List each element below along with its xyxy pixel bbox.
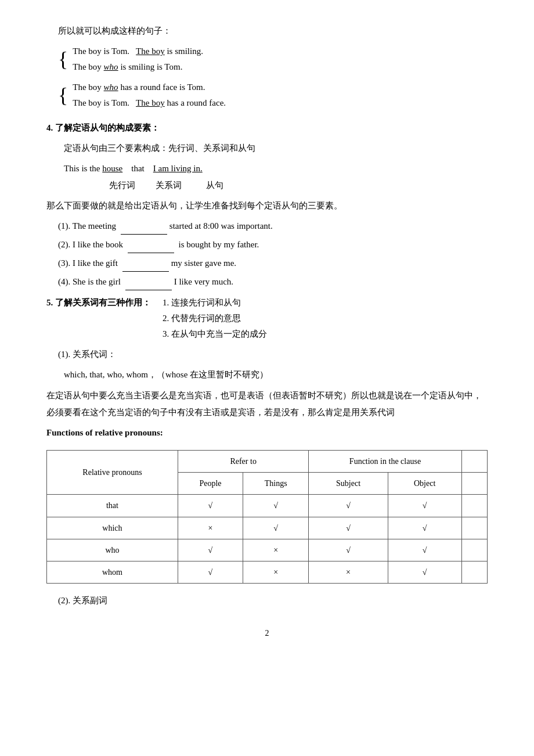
row-whom-people: √ (178, 561, 243, 583)
section5-block: 5. 了解关系词有三种作用： 1. 连接先行词和从句 2. 代替先行词的意思 3… (46, 295, 488, 342)
col-empty-header (461, 451, 487, 473)
who-italic-2: who (104, 82, 118, 92)
brace-block-2: { The boy who has a round face is Tom. T… (46, 80, 488, 111)
house-underline: house (102, 164, 122, 173)
row-pronoun-that: that (47, 495, 178, 517)
who-italic-1: who (104, 62, 118, 71)
labels-row: 先行词 关系词 从句 (46, 178, 488, 193)
row-which-subject: √ (309, 517, 388, 539)
function-1: 1. 连接先行词和从句 (163, 295, 267, 311)
row-who-things: × (243, 539, 308, 561)
house-sentence: This is the house that I am living in. (46, 161, 488, 177)
table-header-row-1: Relative pronouns Refer to Function in t… (47, 451, 488, 473)
exercise-list: (1). The meeting started at 8:00 was imp… (46, 218, 488, 290)
row-pronoun-whom: whom (47, 561, 178, 583)
exercise-item-4: (4). She is the girl I like very much. (58, 274, 488, 290)
row-pronoun-which: which (47, 517, 178, 539)
col-refer-to: Refer to (178, 451, 308, 473)
row-which-extra (461, 517, 487, 539)
section4-heading: 4. 了解定语从句的构成要素： (46, 120, 488, 136)
blank-4 (125, 274, 172, 290)
row-who-subject: √ (309, 539, 388, 561)
row-pronoun-who: who (47, 539, 178, 561)
underline-the-boy-1: The boy (136, 46, 165, 56)
row-that-people: √ (178, 495, 243, 517)
col-people: People (178, 473, 243, 495)
label-relative-word: 关系词 (151, 178, 186, 193)
table-row-whom: whom √ × × √ (47, 561, 488, 583)
house-sentence-text: This is the house that I am living in. (64, 161, 203, 177)
subsection2-label: (2). 关系副词 (46, 593, 488, 609)
pronouns-table: Relative pronouns Refer to Function in t… (46, 450, 488, 584)
page-content: 所以就可以构成这样的句子： { The boy is Tom. The boy … (46, 23, 488, 640)
row-whom-extra (461, 561, 487, 583)
exercise-item-2: (2). I like the book is bought by my fat… (58, 237, 488, 253)
row-that-things: √ (243, 495, 308, 517)
row-which-things: √ (243, 517, 308, 539)
row-who-people: √ (178, 539, 243, 561)
col-function: Function in the clause (309, 451, 461, 473)
function-3: 3. 在从句中充当一定的成分 (163, 326, 267, 342)
brace-line-1b: The boy who is smiling is Tom. (73, 59, 203, 75)
section5-heading: 5. 了解关系词有三种作用： (46, 295, 163, 342)
function-2: 2. 代替先行词的意思 (163, 311, 267, 326)
row-that-object: √ (388, 495, 461, 517)
col-things: Things (243, 473, 308, 495)
row-which-object: √ (388, 517, 461, 539)
label-clause: 从句 (197, 178, 232, 193)
pronouns-table-container: Relative pronouns Refer to Function in t… (46, 450, 488, 584)
row-who-extra (461, 539, 487, 561)
table-row-who: who √ × √ √ (47, 539, 488, 561)
pronoun-list: which, that, who, whom，（whose 在这里暂时不研究） (46, 367, 488, 383)
brace-lines-1: The boy is Tom. The boy is smiling. The … (73, 44, 203, 75)
row-who-object: √ (388, 539, 461, 561)
brace-line-2a: The boy who has a round face is Tom. (73, 80, 226, 95)
brace-line-1a: The boy is Tom. The boy is smiling. (73, 44, 203, 59)
bold-label-line: Functions of relative pronouns: (46, 425, 488, 441)
table-row-which: which × √ √ √ (47, 517, 488, 539)
col-object: Object (388, 473, 461, 495)
bold-label: Functions of relative pronouns: (46, 428, 163, 437)
label-antecedent: 先行词 (104, 178, 139, 193)
blank-2 (128, 237, 174, 253)
section4-description: 定语从句由三个要素构成：先行词、关系词和从句 (46, 141, 488, 156)
page-number: 2 (46, 626, 488, 640)
intro-line: 所以就可以构成这样的句子： (46, 23, 488, 39)
blank-1 (121, 218, 167, 235)
col-relative-pronouns: Relative pronouns (47, 451, 178, 495)
brace-block-1: { The boy is Tom. The boy is smiling. Th… (46, 44, 488, 75)
underline-the-boy-2: The boy (136, 98, 165, 107)
brace-line-2b: The boy is Tom. The boy has a round face… (73, 95, 226, 111)
brace-symbol-1: { (58, 44, 68, 75)
row-whom-object: √ (388, 561, 461, 583)
table-body: that √ √ √ √ which × √ √ √ who √ (47, 495, 488, 584)
full-width-explanation: 那么下面要做的就是给出定语从句，让学生准备找到每个定语从句的三要素。 (46, 198, 488, 214)
that-word: that (131, 164, 145, 173)
col-subject: Subject (309, 473, 388, 495)
brace-lines-2: The boy who has a round face is Tom. The… (73, 80, 226, 111)
exercise-item-1: (1). The meeting started at 8:00 was imp… (58, 218, 488, 235)
row-whom-things: × (243, 561, 308, 583)
section5-items: 1. 连接先行词和从句 2. 代替先行词的意思 3. 在从句中充当一定的成分 (163, 295, 267, 342)
row-which-people: × (178, 517, 243, 539)
section5-functions-block: 5. 了解关系词有三种作用： 1. 连接先行词和从句 2. 代替先行词的意思 3… (46, 295, 488, 342)
subsection1-label: (1). 关系代词： (46, 347, 488, 362)
row-whom-subject: × (309, 561, 388, 583)
exercise-item-3: (3). I like the gift my sister gave me. (58, 255, 488, 272)
row-that-extra (461, 495, 487, 517)
blank-3 (122, 255, 169, 272)
col-extra (461, 473, 487, 495)
explanation-text: 在定语从句中要么充当主语要么是充当宾语，也可是表语（但表语暂时不研究）所以也就是… (46, 387, 488, 420)
brace-symbol-2: { (58, 80, 68, 111)
row-that-subject: √ (309, 495, 388, 517)
table-row-that: that √ √ √ √ (47, 495, 488, 517)
living-in-underline: I am living in. (153, 164, 203, 173)
